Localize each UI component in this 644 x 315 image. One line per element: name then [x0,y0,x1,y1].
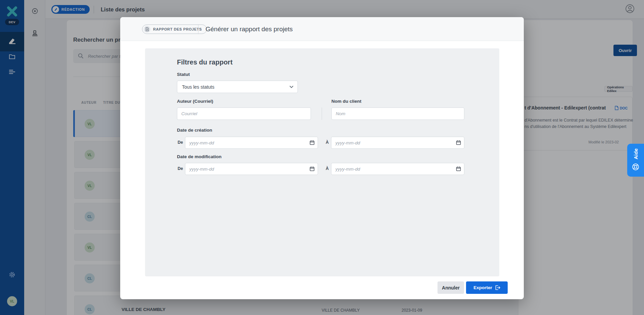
author-label: Auteur (Courriel) [177,99,213,104]
calendar-icon [310,166,315,171]
modification-to-field [331,163,464,175]
creation-to-input[interactable] [331,137,464,149]
client-input[interactable] [331,107,464,120]
modification-to-input[interactable] [331,163,464,175]
client-label: Nom du client [331,99,361,104]
modal-header: RAPPORT DES PROJETS Générer un rapport d… [120,17,524,41]
creation-from-input[interactable] [185,137,318,149]
calendar-icon [310,140,315,145]
from-label: De [178,140,183,145]
filters-section-title: Filtres du rapport [177,58,233,66]
lifebuoy-icon [632,163,640,172]
report-doc-icon [144,26,150,33]
help-tab-label: Aide [633,148,639,160]
creation-to-field [331,137,464,149]
status-select[interactable]: Tous les statuts [177,81,298,93]
modification-from-input[interactable] [185,163,318,175]
calendar-icon [456,140,461,145]
creation-from-field [185,137,318,149]
app-root: DEV [0,0,644,315]
status-label: Statut [177,72,190,77]
export-icon [495,285,500,290]
creation-date-label: Date de création [177,128,212,133]
report-modal: RAPPORT DES PROJETS Générer un rapport d… [120,17,524,299]
help-tab[interactable]: Aide [627,144,644,177]
column-divider [322,107,322,120]
export-button[interactable]: Exporter [466,281,508,294]
modal-badge: RAPPORT DES PROJETS [142,25,207,34]
to-label: À [326,166,329,171]
to-label: À [326,140,329,145]
header-divider [198,24,198,34]
calendar-icon [456,166,461,171]
cancel-button[interactable]: Annuler [438,281,464,294]
filters-panel: Filtres du rapport Statut Tous les statu… [145,48,499,276]
from-label: De [178,166,183,171]
modification-date-label: Date de modification [177,154,222,159]
chevron-down-icon [289,86,293,88]
author-input[interactable] [177,107,311,120]
modification-from-field [185,163,318,175]
modal-title: Générer un rapport des projets [205,26,293,33]
